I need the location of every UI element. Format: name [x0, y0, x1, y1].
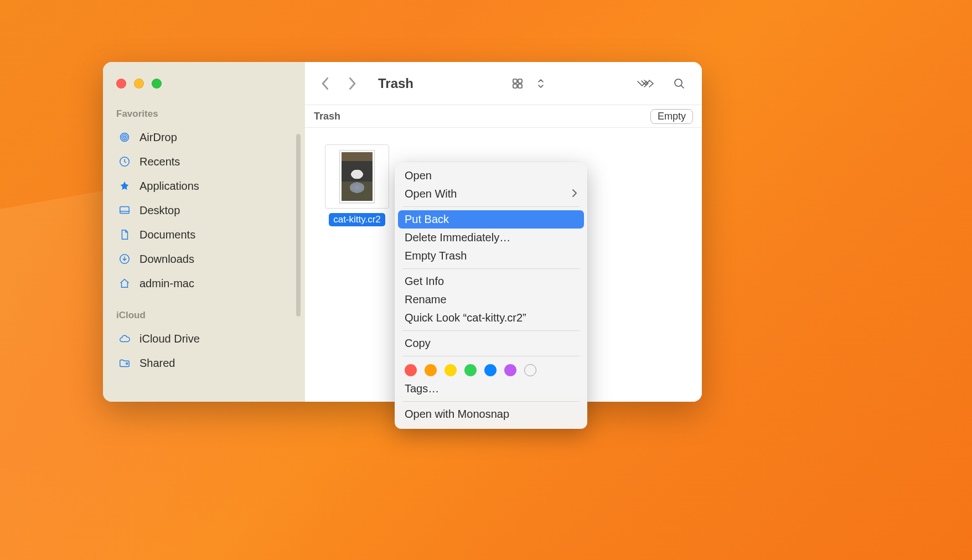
tag-color-blue[interactable] [484, 364, 497, 376]
context-menu-separator [402, 206, 580, 207]
toolbar: Trash [305, 62, 702, 105]
sidebar-item-downloads[interactable]: Downloads [115, 247, 305, 271]
svg-point-1 [122, 134, 127, 140]
empty-trash-button[interactable]: Empty [650, 109, 693, 124]
sidebar-item-label: Downloads [139, 253, 194, 266]
sidebar-item-airdrop[interactable]: AirDrop [115, 125, 305, 149]
svg-point-11 [675, 79, 682, 86]
fullscreen-window-button[interactable] [152, 79, 162, 89]
sidebar-item-shared[interactable]: Shared [115, 351, 305, 375]
chevron-updown-icon [530, 73, 551, 94]
applications-icon [117, 179, 132, 193]
cloud-icon [117, 331, 132, 346]
context-menu-open[interactable]: Open [395, 167, 587, 185]
nav-back-button[interactable] [315, 73, 336, 94]
context-menu-label: Open with Monosnap [405, 408, 509, 421]
file-thumbnail-frame [325, 144, 389, 209]
tag-color-orange[interactable] [425, 364, 437, 376]
context-menu-separator [402, 356, 580, 356]
file-name-label[interactable]: cat-kitty.cr2 [329, 213, 385, 226]
context-menu-separator [402, 268, 580, 269]
context-menu-tags[interactable]: Tags… [395, 380, 587, 398]
context-menu-label: Rename [405, 293, 447, 306]
context-menu-get-info[interactable]: Get Info [395, 272, 587, 291]
context-menu-quick-look[interactable]: Quick Look “cat-kitty.cr2” [395, 309, 587, 327]
sidebar-heading-favorites: Favorites [115, 105, 305, 125]
clock-icon [117, 154, 132, 169]
sidebar-item-label: Desktop [139, 204, 180, 217]
file-thumbnail [339, 150, 375, 203]
context-menu-tag-colors [395, 360, 587, 380]
sidebar-item-label: iCloud Drive [139, 333, 200, 345]
svg-point-6 [126, 362, 128, 364]
context-menu-label: Empty Trash [405, 250, 467, 262]
context-menu-put-back[interactable]: Put Back [398, 210, 584, 229]
icon-view-grid-icon [507, 73, 528, 94]
location-label: Trash [314, 111, 650, 122]
sidebar-item-label: Recents [139, 155, 180, 168]
sidebar-item-icloud-drive[interactable]: iCloud Drive [115, 326, 305, 351]
context-menu-label: Delete Immediately… [405, 231, 510, 244]
desktop-icon [117, 203, 132, 217]
pathbar: Trash Empty [305, 105, 702, 128]
file-item[interactable]: cat-kitty.cr2 [322, 144, 392, 226]
context-menu: Open Open With Put Back Delete Immediate… [395, 162, 587, 429]
tag-color-none[interactable] [524, 364, 536, 376]
sidebar-item-applications[interactable]: Applications [115, 174, 305, 198]
sidebar-item-label: Applications [139, 180, 199, 193]
search-button[interactable] [669, 73, 690, 94]
context-menu-open-with-monosnap[interactable]: Open with Monosnap [395, 405, 587, 423]
sidebar-item-documents[interactable]: Documents [115, 222, 305, 247]
toolbar-overflow-chevrons-icon[interactable] [639, 73, 660, 94]
airdrop-icon [117, 130, 132, 144]
tag-color-red[interactable] [405, 364, 417, 376]
sidebar-item-label: admin-mac [139, 277, 194, 290]
download-icon [117, 252, 132, 266]
minimize-window-button[interactable] [134, 79, 144, 89]
window-title: Trash [378, 76, 501, 91]
sidebar-item-desktop[interactable]: Desktop [115, 198, 305, 222]
tag-color-green[interactable] [464, 364, 477, 376]
svg-rect-10 [518, 84, 522, 88]
context-menu-label: Get Info [405, 275, 444, 288]
chevron-right-icon [572, 188, 577, 200]
shared-folder-icon [117, 356, 132, 370]
context-menu-delete-immediately[interactable]: Delete Immediately… [395, 229, 587, 247]
sidebar-heading-icloud: iCloud [115, 307, 305, 326]
sidebar-item-label: Documents [139, 229, 195, 241]
sidebar: Favorites AirDrop Recents Applications D… [103, 62, 305, 402]
context-menu-label: Copy [405, 337, 431, 350]
window-traffic-lights [115, 75, 305, 105]
close-window-button[interactable] [116, 79, 126, 89]
sidebar-item-label: Shared [139, 357, 175, 370]
context-menu-label: Open With [405, 188, 457, 200]
sidebar-item-label: AirDrop [139, 131, 177, 144]
context-menu-label: Tags… [405, 382, 439, 395]
svg-rect-4 [120, 207, 130, 214]
context-menu-label: Put Back [405, 213, 449, 226]
sidebar-scrollbar[interactable] [296, 134, 301, 317]
sidebar-item-recents[interactable]: Recents [115, 149, 305, 174]
tag-color-purple[interactable] [504, 364, 516, 376]
view-switcher[interactable] [507, 73, 551, 94]
svg-rect-9 [513, 84, 517, 88]
context-menu-label: Quick Look “cat-kitty.cr2” [405, 312, 526, 324]
nav-forward-button[interactable] [342, 73, 363, 94]
sidebar-item-home[interactable]: admin-mac [115, 271, 305, 295]
home-icon [117, 276, 132, 291]
document-icon [117, 227, 132, 242]
context-menu-label: Open [405, 169, 432, 182]
context-menu-open-with[interactable]: Open With [395, 185, 587, 203]
svg-rect-8 [518, 79, 522, 83]
context-menu-rename[interactable]: Rename [395, 291, 587, 309]
tag-color-yellow[interactable] [444, 364, 457, 376]
svg-rect-7 [513, 79, 517, 83]
file-preview-image [342, 152, 373, 201]
svg-point-0 [123, 136, 126, 138]
context-menu-separator [402, 401, 580, 402]
context-menu-copy[interactable]: Copy [395, 334, 587, 352]
context-menu-separator [402, 330, 580, 331]
context-menu-empty-trash[interactable]: Empty Trash [395, 247, 587, 265]
